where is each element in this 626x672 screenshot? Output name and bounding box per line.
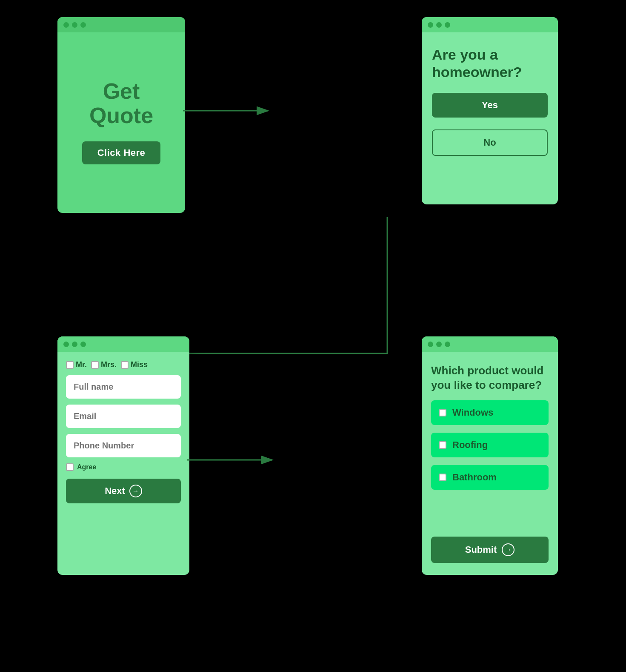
dot-yellow-3 xyxy=(72,342,77,347)
dot-red-3 xyxy=(63,342,69,347)
titlebar-2 xyxy=(422,17,558,32)
dot-red-2 xyxy=(428,22,433,28)
dot-green-1 xyxy=(80,22,86,28)
arrow-1-to-2 xyxy=(183,98,277,123)
email-input[interactable] xyxy=(66,405,181,428)
label-roofing: Roofing xyxy=(452,439,488,451)
checkbox-windows[interactable] xyxy=(439,409,446,416)
agree-checkbox[interactable] xyxy=(66,463,74,471)
checkbox-mr[interactable] xyxy=(66,361,74,369)
label-windows: Windows xyxy=(452,407,493,418)
body-3: Mr. Mrs. Miss Agree Next → xyxy=(57,352,189,575)
title-mrs[interactable]: Mrs. xyxy=(91,360,117,369)
dot-green-3 xyxy=(80,342,86,347)
get-quote-title: Get Quote xyxy=(89,79,153,128)
label-bathroom: Bathroom xyxy=(452,472,497,483)
dot-green-4 xyxy=(445,342,450,347)
product-question: Which product would you like to compare? xyxy=(431,364,549,393)
window-form: Mr. Mrs. Miss Agree Next → xyxy=(57,336,189,575)
dot-green-2 xyxy=(445,22,450,28)
no-button[interactable]: No xyxy=(432,129,548,156)
agree-row: Agree xyxy=(66,463,181,471)
click-here-button[interactable]: Click Here xyxy=(82,141,161,164)
body-4: Which product would you like to compare?… xyxy=(422,352,558,575)
label-miss: Miss xyxy=(131,360,148,369)
label-mrs: Mrs. xyxy=(101,360,117,369)
checkbox-mrs[interactable] xyxy=(91,361,99,369)
dot-yellow-2 xyxy=(436,22,442,28)
window-product: Which product would you like to compare?… xyxy=(422,336,558,575)
next-button[interactable]: Next → xyxy=(66,479,181,503)
dot-yellow-1 xyxy=(72,22,77,28)
full-name-input[interactable] xyxy=(66,375,181,399)
option-bathroom[interactable]: Bathroom xyxy=(431,465,549,490)
title-miss[interactable]: Miss xyxy=(121,360,148,369)
window-get-quote: Get Quote Click Here xyxy=(57,17,185,213)
agree-label: Agree xyxy=(77,463,96,471)
window-homeowner: Are you a homeowner? Yes No xyxy=(422,17,558,204)
next-arrow-icon: → xyxy=(129,485,142,497)
dot-red-1 xyxy=(63,22,69,28)
body-1: Get Quote Click Here xyxy=(57,32,185,213)
label-mr: Mr. xyxy=(76,360,87,369)
submit-arrow-icon: → xyxy=(502,543,515,556)
body-2: Are you a homeowner? Yes No xyxy=(422,32,558,204)
titlebar-3 xyxy=(57,336,189,352)
titlebar-4 xyxy=(422,336,558,352)
checkbox-bathroom[interactable] xyxy=(439,474,446,481)
phone-input[interactable] xyxy=(66,434,181,457)
title-options-row: Mr. Mrs. Miss xyxy=(66,360,181,369)
option-roofing[interactable]: Roofing xyxy=(431,433,549,457)
titlebar-1 xyxy=(57,17,185,32)
title-mr[interactable]: Mr. xyxy=(66,360,87,369)
dot-yellow-4 xyxy=(436,342,442,347)
homeowner-question: Are you a homeowner? xyxy=(432,46,548,81)
option-windows[interactable]: Windows xyxy=(431,400,549,425)
submit-button[interactable]: Submit → xyxy=(431,537,549,563)
checkbox-roofing[interactable] xyxy=(439,441,446,449)
dot-red-4 xyxy=(428,342,433,347)
checkbox-miss[interactable] xyxy=(121,361,129,369)
arrow-3-to-4 xyxy=(187,447,281,473)
yes-button[interactable]: Yes xyxy=(432,93,548,118)
